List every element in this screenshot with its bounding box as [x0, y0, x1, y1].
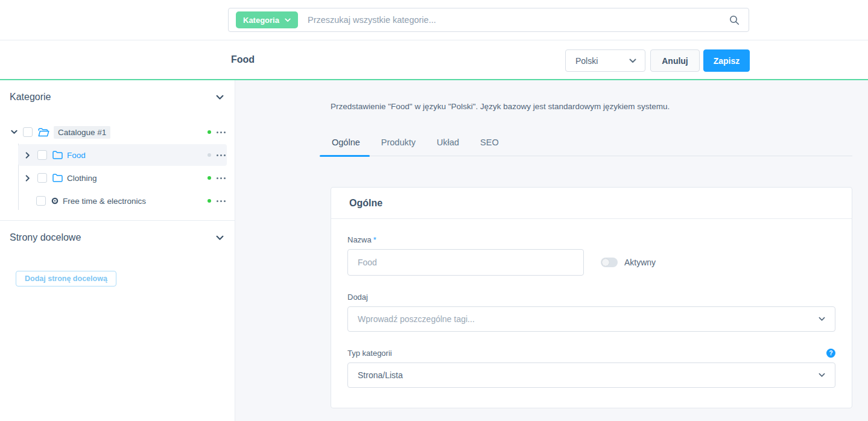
- global-search-bar[interactable]: Kategoria: [228, 8, 749, 32]
- toggle-switch-icon[interactable]: [601, 258, 618, 267]
- save-button[interactable]: Zapisz: [703, 49, 750, 72]
- sidebar-section-categories[interactable]: Kategorie: [10, 88, 224, 106]
- status-dot: [207, 153, 211, 157]
- tree-item-food[interactable]: Food: [0, 144, 235, 166]
- name-field-label: Nazwa *: [347, 235, 835, 244]
- tree-item-label[interactable]: Clothing: [67, 174, 97, 183]
- top-bar: Kategoria: [0, 0, 868, 40]
- tree-item-clothing[interactable]: Clothing: [0, 166, 235, 189]
- category-tree: Catalogue #1 Food: [0, 121, 235, 212]
- section-title: Kategorie: [10, 92, 51, 103]
- status-dot: [207, 130, 211, 134]
- cancel-button[interactable]: Anuluj: [650, 49, 700, 72]
- tab-general[interactable]: Ogólne: [331, 138, 361, 156]
- chevron-down-icon[interactable]: [819, 317, 825, 321]
- chevron-down-icon: [285, 18, 291, 22]
- tags-multiselect[interactable]: Wprowadź poszczególne tagi...: [347, 306, 835, 332]
- tree-item-label[interactable]: Catalogue #1: [54, 126, 110, 139]
- context-menu-icon[interactable]: [217, 199, 226, 203]
- chevron-right-icon[interactable]: [25, 152, 33, 159]
- page-title: Food: [231, 40, 255, 79]
- tree-item-checkbox[interactable]: [37, 173, 47, 183]
- search-type-label: Kategoria: [243, 16, 279, 25]
- tab-layout[interactable]: Układ: [436, 138, 460, 156]
- card-header: Ogólne: [331, 188, 852, 219]
- tab-products[interactable]: Produkty: [380, 138, 417, 156]
- tree-item-checkbox[interactable]: [37, 150, 47, 160]
- tab-seo[interactable]: SEO: [479, 138, 500, 156]
- chevron-down-icon[interactable]: [216, 235, 224, 241]
- general-card: Ogólne Nazwa * Aktywny Dodaj Wprowadź po…: [331, 187, 852, 408]
- tree-item-free-time-electronics[interactable]: Free time & electronics: [0, 189, 235, 212]
- status-dot: [207, 176, 211, 180]
- tags-field-label: Dodaj: [347, 293, 835, 302]
- tags-placeholder: Wprowadź poszczególne tagi...: [358, 314, 475, 324]
- endpoint-icon: [51, 197, 59, 204]
- language-inheritance-notice: Przedstawienie "Food" w języku "Polski".…: [331, 102, 837, 111]
- smart-bar: Food Polski Anuluj Zapisz: [0, 40, 868, 80]
- status-dot: [207, 199, 211, 203]
- chevron-down-icon[interactable]: [11, 130, 18, 135]
- category-type-select[interactable]: Strona/Lista: [347, 362, 835, 388]
- folder-icon: [52, 174, 63, 182]
- tree-item-label[interactable]: Food: [67, 151, 86, 160]
- chevron-right-icon[interactable]: [25, 175, 33, 182]
- active-toggle[interactable]: Aktywny: [601, 258, 656, 267]
- name-input[interactable]: [347, 249, 584, 276]
- tab-bar: Ogólne Produkty Układ SEO: [331, 138, 852, 156]
- search-input[interactable]: [308, 15, 729, 25]
- sidebar-divider: [0, 220, 235, 221]
- context-menu-icon[interactable]: [217, 130, 226, 135]
- main-content: Przedstawienie "Food" w języku "Polski".…: [235, 80, 868, 421]
- help-icon[interactable]: ?: [826, 349, 835, 358]
- chevron-down-icon[interactable]: [819, 373, 825, 378]
- sidebar-section-landing-pages[interactable]: Strony docelowe: [10, 229, 224, 247]
- sidebar: Kategorie Catalogue #1: [0, 80, 235, 421]
- context-menu-icon[interactable]: [217, 176, 226, 180]
- chevron-down-icon[interactable]: [216, 95, 224, 100]
- language-select[interactable]: Polski: [565, 49, 645, 72]
- category-type-value: Strona/Lista: [358, 370, 403, 380]
- search-icon[interactable]: [729, 15, 740, 25]
- active-toggle-label: Aktywny: [624, 258, 656, 267]
- category-type-label: Typ kategorii: [347, 349, 392, 358]
- language-select-value: Polski: [575, 56, 598, 66]
- card-title: Ogólne: [349, 198, 382, 209]
- folder-icon: [52, 151, 63, 159]
- add-landing-page-button[interactable]: Dodaj stronę docelową: [16, 271, 116, 286]
- chevron-down-icon: [629, 59, 636, 63]
- tree-item-checkbox[interactable]: [36, 196, 46, 206]
- search-type-badge[interactable]: Kategoria: [236, 11, 298, 28]
- tree-item-catalogue-1[interactable]: Catalogue #1: [0, 121, 235, 144]
- tree-item-checkbox[interactable]: [23, 127, 33, 137]
- context-menu-icon[interactable]: [217, 153, 226, 157]
- section-title: Strony docelowe: [10, 232, 81, 243]
- folder-open-icon: [38, 128, 49, 137]
- required-marker: *: [373, 235, 376, 244]
- tree-item-label[interactable]: Free time & electronics: [63, 197, 146, 206]
